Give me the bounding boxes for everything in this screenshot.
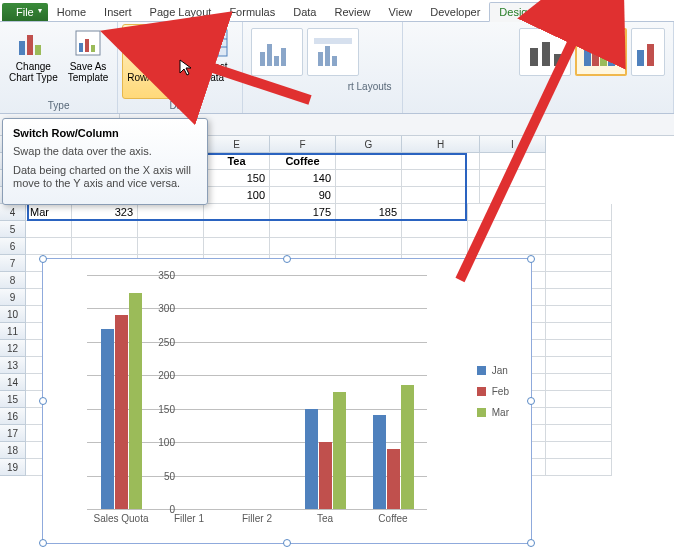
cell-r6c3[interactable] xyxy=(204,238,270,255)
cell-r5c2[interactable] xyxy=(138,221,204,238)
chart-styles-gallery[interactable] xyxy=(407,24,669,80)
cell-r17c8[interactable] xyxy=(546,425,612,442)
cell-r6c7[interactable] xyxy=(468,238,546,255)
row-14[interactable]: 14 xyxy=(0,374,26,391)
row-12[interactable]: 12 xyxy=(0,340,26,357)
chart-legend[interactable]: JanFebMar xyxy=(477,365,509,428)
cell-I1[interactable] xyxy=(480,153,546,170)
tab-l[interactable]: L xyxy=(544,3,568,21)
legend-item-Mar[interactable]: Mar xyxy=(477,407,509,418)
switch-row-column-button[interactable]: Switch Row/Column xyxy=(122,24,189,99)
cell-r6c4[interactable] xyxy=(270,238,336,255)
cell-r13c8[interactable] xyxy=(546,357,612,374)
tab-view[interactable]: View xyxy=(380,3,422,21)
bar-Coffee-Mar[interactable] xyxy=(401,385,414,509)
row-6[interactable]: 6 xyxy=(0,238,26,255)
cell-r12c8[interactable] xyxy=(546,340,612,357)
legend-item-Feb[interactable]: Feb xyxy=(477,386,509,397)
cell-r16c8[interactable] xyxy=(546,408,612,425)
cell-F3[interactable]: 90 xyxy=(270,187,336,204)
cell-G3[interactable] xyxy=(336,187,402,204)
cell-r5c0[interactable] xyxy=(26,221,72,238)
cell-B4[interactable]: 323 xyxy=(72,204,138,221)
cell-D4[interactable] xyxy=(204,204,270,221)
cell-A4[interactable]: Mar xyxy=(26,204,72,221)
cell-r5c1[interactable] xyxy=(72,221,138,238)
chart-plot-area[interactable] xyxy=(87,275,427,509)
bar-Tea-Jan[interactable] xyxy=(305,409,318,509)
tab-page-layout[interactable]: Page Layout xyxy=(141,3,221,21)
style-option-3[interactable] xyxy=(631,28,665,76)
cell-H4[interactable] xyxy=(468,204,546,221)
cell-G4[interactable] xyxy=(402,204,468,221)
cell-r5c4[interactable] xyxy=(270,221,336,238)
cell-r5c5[interactable] xyxy=(336,221,402,238)
save-as-template-button[interactable]: Save As Template xyxy=(63,24,114,99)
tab-data[interactable]: Data xyxy=(284,3,325,21)
cell-r9c8[interactable] xyxy=(546,289,612,306)
cell-E2[interactable]: 150 xyxy=(204,170,270,187)
style-option-2[interactable] xyxy=(575,28,627,76)
cell-H3[interactable] xyxy=(402,187,480,204)
cell-I2[interactable] xyxy=(480,170,546,187)
cell-r5c6[interactable] xyxy=(402,221,468,238)
cell-E1[interactable]: Tea xyxy=(204,153,270,170)
row-11[interactable]: 11 xyxy=(0,323,26,340)
cell-r11c8[interactable] xyxy=(546,323,612,340)
chart-layouts-gallery[interactable] xyxy=(247,24,398,80)
tab-review[interactable]: Review xyxy=(325,3,379,21)
layout-option-1[interactable] xyxy=(251,28,303,76)
cell-F2[interactable]: 140 xyxy=(270,170,336,187)
cell-C4[interactable] xyxy=(138,204,204,221)
cell-r15c8[interactable] xyxy=(546,391,612,408)
row-8[interactable]: 8 xyxy=(0,272,26,289)
col-I[interactable]: I xyxy=(480,136,546,153)
row-5[interactable]: 5 xyxy=(0,221,26,238)
cell-r6c1[interactable] xyxy=(72,238,138,255)
row-16[interactable]: 16 xyxy=(0,408,26,425)
col-E[interactable]: E xyxy=(204,136,270,153)
cell-H1[interactable] xyxy=(402,153,480,170)
cell-r6c5[interactable] xyxy=(336,238,402,255)
cell-r18c8[interactable] xyxy=(546,442,612,459)
cell-G2[interactable] xyxy=(336,170,402,187)
layout-option-2[interactable] xyxy=(307,28,359,76)
cell-r5c8[interactable] xyxy=(546,221,612,238)
cell-I3[interactable] xyxy=(480,187,546,204)
row-10[interactable]: 10 xyxy=(0,306,26,323)
bar-Sales Quota-Feb[interactable] xyxy=(115,315,128,509)
select-data-button[interactable]: Select Data xyxy=(190,24,238,99)
row-7[interactable]: 7 xyxy=(0,255,26,272)
cell-H2[interactable] xyxy=(402,170,480,187)
col-F[interactable]: F xyxy=(270,136,336,153)
bar-Coffee-Jan[interactable] xyxy=(373,415,386,509)
tab-insert[interactable]: Insert xyxy=(95,3,141,21)
cell-r10c8[interactable] xyxy=(546,306,612,323)
cell-r6c6[interactable] xyxy=(402,238,468,255)
tab-home[interactable]: Home xyxy=(48,3,95,21)
cell-E4[interactable]: 175 xyxy=(270,204,336,221)
legend-item-Jan[interactable]: Jan xyxy=(477,365,509,376)
cell-r14c8[interactable] xyxy=(546,374,612,391)
row-13[interactable]: 13 xyxy=(0,357,26,374)
cell-r5c7[interactable] xyxy=(468,221,546,238)
bar-Coffee-Feb[interactable] xyxy=(387,449,400,509)
cell-r7c8[interactable] xyxy=(546,255,612,272)
col-H[interactable]: H xyxy=(402,136,480,153)
cell-r6c8[interactable] xyxy=(546,238,612,255)
bar-Tea-Feb[interactable] xyxy=(319,442,332,509)
tab-developer[interactable]: Developer xyxy=(421,3,489,21)
row-17[interactable]: 17 xyxy=(0,425,26,442)
row-19[interactable]: 19 xyxy=(0,459,26,476)
row-15[interactable]: 15 xyxy=(0,391,26,408)
cell-I4[interactable] xyxy=(546,204,612,221)
style-option-1[interactable] xyxy=(519,28,571,76)
cell-E3[interactable]: 100 xyxy=(204,187,270,204)
cell-F1[interactable]: Coffee xyxy=(270,153,336,170)
bar-Sales Quota-Jan[interactable] xyxy=(101,329,114,510)
cell-F4[interactable]: 185 xyxy=(336,204,402,221)
file-tab[interactable]: File▾ xyxy=(2,3,48,21)
bar-Tea-Mar[interactable] xyxy=(333,392,346,509)
embedded-chart[interactable]: JanFebMar 050100150200250300350Sales Quo… xyxy=(42,258,532,544)
change-chart-type-button[interactable]: Change Chart Type xyxy=(4,24,63,99)
